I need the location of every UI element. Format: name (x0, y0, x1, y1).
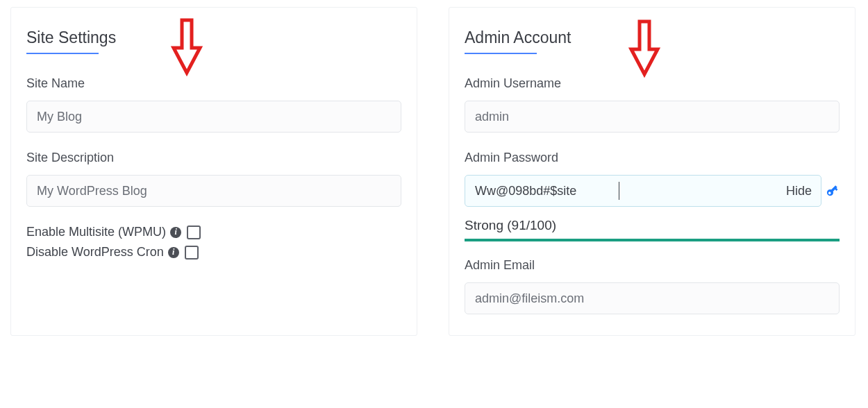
site-description-field: Site Description (26, 151, 401, 207)
admin-username-label: Admin Username (465, 76, 840, 91)
key-icon[interactable] (824, 183, 840, 198)
multisite-checkbox[interactable] (187, 226, 201, 239)
multisite-option-row: Enable Multisite (WPMU) i (26, 225, 401, 239)
site-name-input[interactable] (26, 101, 401, 133)
site-description-label: Site Description (26, 151, 401, 165)
admin-email-label: Admin Email (465, 258, 840, 273)
info-icon[interactable]: i (168, 247, 179, 258)
admin-username-input[interactable] (465, 101, 840, 133)
admin-password-input[interactable] (465, 175, 821, 207)
password-strength-text: Strong (91/100) (465, 218, 840, 233)
cron-label: Disable WordPress Cron (26, 245, 164, 260)
title-underline (26, 53, 99, 54)
admin-account-panel: Admin Account Admin Username Admin Passw… (449, 7, 856, 336)
site-settings-title: Site Settings (26, 28, 401, 47)
text-cursor (619, 182, 619, 200)
admin-email-field: Admin Email (465, 258, 840, 314)
site-name-field: Site Name (26, 76, 401, 133)
site-description-input[interactable] (26, 175, 401, 207)
admin-username-field: Admin Username (465, 76, 840, 133)
password-input-wrap: Hide (465, 175, 821, 207)
password-row: Hide (465, 175, 840, 207)
cron-checkbox[interactable] (185, 246, 199, 260)
site-name-label: Site Name (26, 76, 401, 91)
info-icon[interactable]: i (170, 227, 181, 238)
site-settings-panel: Site Settings Site Name Site Description… (10, 7, 417, 336)
admin-password-label: Admin Password (465, 151, 840, 165)
password-strength-bar (465, 239, 840, 241)
password-visibility-toggle[interactable]: Hide (786, 184, 812, 198)
admin-password-field: Admin Password Hide Strong (91/100) (465, 151, 840, 241)
red-arrow-annotation (171, 17, 203, 77)
red-arrow-annotation (628, 19, 660, 78)
title-underline (465, 53, 537, 54)
multisite-label: Enable Multisite (WPMU) (26, 225, 166, 239)
cron-option-row: Disable WordPress Cron i (26, 245, 401, 260)
admin-email-input[interactable] (465, 282, 840, 314)
admin-account-title: Admin Account (465, 28, 840, 47)
